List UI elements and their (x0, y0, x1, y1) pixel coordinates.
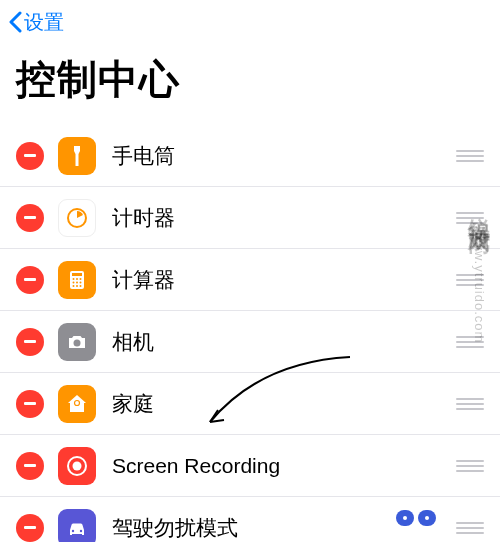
back-button[interactable]: 设置 (8, 9, 64, 36)
calculator-icon (58, 261, 96, 299)
list-item-timer: 计时器 (0, 187, 500, 249)
svg-point-15 (73, 461, 82, 470)
remove-button[interactable] (16, 266, 44, 294)
drag-handle[interactable] (456, 394, 484, 414)
flashlight-icon (58, 137, 96, 175)
nav-bar: 设置 (0, 0, 500, 44)
back-label: 设置 (24, 9, 64, 36)
car-icon (58, 509, 96, 543)
remove-button[interactable] (16, 452, 44, 480)
remove-button[interactable] (16, 514, 44, 542)
remove-button[interactable] (16, 390, 44, 418)
list-item-calculator: 计算器 (0, 249, 500, 311)
drag-handle[interactable] (456, 518, 484, 538)
svg-point-21 (425, 516, 429, 520)
row-label: 相机 (112, 328, 456, 356)
list-item-home: 家庭 (0, 373, 500, 435)
row-label: 计算器 (112, 266, 456, 294)
svg-point-9 (73, 285, 75, 287)
drag-handle[interactable] (456, 456, 484, 476)
controls-list: 手电筒 计时器 计算器 相机 家庭 (0, 125, 500, 542)
remove-button[interactable] (16, 204, 44, 232)
svg-point-5 (80, 278, 82, 280)
drag-handle[interactable] (456, 270, 484, 290)
svg-point-20 (403, 516, 407, 520)
svg-point-7 (76, 281, 78, 283)
svg-point-8 (80, 281, 82, 283)
camera-icon (58, 323, 96, 361)
drag-handle[interactable] (456, 208, 484, 228)
svg-point-4 (76, 278, 78, 280)
title-area: 控制中心 (0, 44, 500, 125)
home-icon (58, 385, 96, 423)
row-label: Screen Recording (112, 454, 456, 478)
svg-point-16 (72, 529, 74, 531)
remove-button[interactable] (16, 142, 44, 170)
svg-point-6 (73, 281, 75, 283)
chevron-left-icon (8, 11, 22, 33)
svg-point-11 (80, 285, 82, 287)
row-label: 家庭 (112, 390, 456, 418)
list-item-camera: 相机 (0, 311, 500, 373)
svg-point-17 (80, 529, 82, 531)
drag-handle[interactable] (456, 146, 484, 166)
timer-icon (58, 199, 96, 237)
screen-recording-icon (58, 447, 96, 485)
watermark-logo-icon (394, 502, 442, 534)
remove-button[interactable] (16, 328, 44, 356)
page-title: 控制中心 (16, 52, 484, 107)
list-item-screen-recording: Screen Recording (0, 435, 500, 497)
row-label: 手电筒 (112, 142, 456, 170)
drag-handle[interactable] (456, 332, 484, 352)
svg-point-12 (74, 339, 81, 346)
svg-point-3 (73, 278, 75, 280)
svg-point-10 (76, 285, 78, 287)
row-label: 计时器 (112, 204, 456, 232)
svg-rect-2 (72, 273, 82, 276)
list-item-flashlight: 手电筒 (0, 125, 500, 187)
